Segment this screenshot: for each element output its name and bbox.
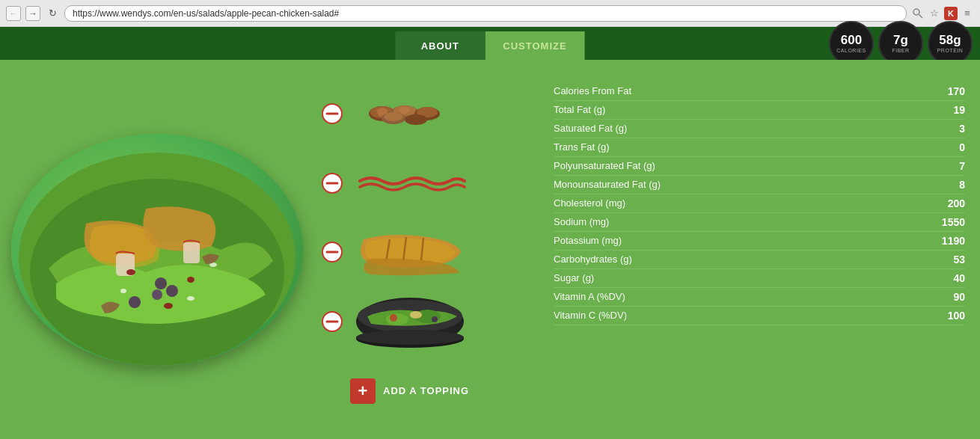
nutrition-label: Cholesterol (mg) <box>554 197 625 209</box>
nutrition-row: Trans Fat (g)0 <box>554 138 965 157</box>
nutrition-row: Cholesterol (mg)200 <box>554 194 965 213</box>
sauce-image <box>350 165 470 202</box>
nutrition-facts-column: Calories From Fat170Total Fat (g)19Satur… <box>524 75 980 424</box>
salad-base-image <box>350 303 470 340</box>
svg-point-25 <box>384 112 403 121</box>
forward-button[interactable]: → <box>25 6 40 21</box>
back-button[interactable]: ← <box>6 6 21 21</box>
svg-point-0 <box>913 9 919 15</box>
nutrition-value: 170 <box>928 85 965 97</box>
nutrition-value: 0 <box>928 141 965 153</box>
refresh-button[interactable]: ↻ <box>45 6 60 21</box>
svg-point-26 <box>405 114 427 125</box>
pecans-image <box>350 95 470 132</box>
remove-salad-button[interactable] <box>322 311 343 332</box>
svg-point-7 <box>166 285 178 297</box>
nutrition-label: Carbohydrates (g) <box>554 254 632 265</box>
nutrition-row: Carbohydrates (g)53 <box>554 251 965 269</box>
nutrition-value: 1190 <box>928 235 965 247</box>
menu-icon[interactable]: ≡ <box>961 7 974 20</box>
nutrition-label: Trans Fat (g) <box>554 141 610 153</box>
tab-customize[interactable]: CUSTOMIZE <box>485 31 584 60</box>
nutrition-row: Vitamin A (%DV)90 <box>554 288 965 307</box>
protein-label: PROTEIN <box>937 48 964 53</box>
nutrition-row: Saturated Fat (g)3 <box>554 120 965 138</box>
nutrition-label: Vitamin C (%DV) <box>554 310 627 322</box>
nutrition-value: 1550 <box>928 216 965 228</box>
tab-about-label: ABOUT <box>421 40 459 52</box>
nutrition-value: 200 <box>928 197 965 209</box>
svg-point-8 <box>152 289 162 300</box>
svg-point-44 <box>356 330 464 345</box>
calories-label: CALORIES <box>836 48 866 53</box>
tab-customize-label: CUSTOMIZE <box>503 40 566 52</box>
add-topping-button[interactable]: + ADD A TOPPING <box>350 378 524 404</box>
nutrition-label: Calories From Fat <box>554 85 631 97</box>
svg-point-38 <box>386 313 408 325</box>
protein-badge: 58g PROTEIN <box>928 21 973 66</box>
nutrition-value: 3 <box>928 123 965 135</box>
tabs-container: ABOUT CUSTOMIZE <box>395 27 584 60</box>
fiber-value: 7g <box>893 34 908 48</box>
nutrition-value: 53 <box>928 254 965 265</box>
svg-point-41 <box>410 311 422 319</box>
svg-point-9 <box>129 296 141 308</box>
nutrition-value: 40 <box>928 272 965 284</box>
svg-line-1 <box>919 14 923 18</box>
fiber-badge: 7g FIBER <box>878 21 923 66</box>
nutrition-row: Polyunsaturated Fat (g)7 <box>554 157 965 176</box>
svg-rect-5 <box>183 242 200 263</box>
salad-svg <box>11 134 303 366</box>
customize-panel: + ADD A TOPPING Calories From Fat170Tota… <box>314 60 980 439</box>
nutrition-row: Vitamin C (%DV)100 <box>554 307 965 325</box>
nutrition-label: Potassium (mg) <box>554 235 622 247</box>
remove-pecans-button[interactable] <box>322 103 343 124</box>
tab-about[interactable]: ABOUT <box>395 31 485 60</box>
nutrition-value: 19 <box>928 104 965 116</box>
nutrition-label: Saturated Fat (g) <box>554 123 627 135</box>
ingredient-row-pecans <box>314 95 524 132</box>
nutrition-label: Monounsaturated Fat (g) <box>554 179 661 191</box>
nutrition-label: Total Fat (g) <box>554 104 605 116</box>
nutrition-value: 100 <box>928 310 965 322</box>
star-icon[interactable]: ☆ <box>928 7 941 20</box>
plus-icon: + <box>350 378 376 404</box>
remove-sauce-button[interactable] <box>322 173 343 194</box>
nutrition-row: Total Fat (g)19 <box>554 101 965 120</box>
chicken1-image <box>350 233 470 271</box>
remove-chicken1-button[interactable] <box>322 242 343 263</box>
svg-point-10 <box>126 269 135 275</box>
nutrition-row: Sugar (g)40 <box>554 269 965 288</box>
nutrition-label: Sugar (g) <box>554 272 594 284</box>
nutrition-value: 8 <box>928 179 965 191</box>
nutrition-label: Vitamin A (%DV) <box>554 291 625 303</box>
svg-point-11 <box>187 277 195 283</box>
svg-point-15 <box>187 296 195 301</box>
nutrition-row: Potassium (mg)1190 <box>554 232 965 251</box>
svg-point-40 <box>390 314 397 322</box>
nutrition-row: Calories From Fat170 <box>554 82 965 101</box>
ingredient-row-salad <box>314 303 524 340</box>
browser-icons: ☆ K ≡ <box>911 7 974 20</box>
ingredients-column: + ADD A TOPPING <box>314 75 524 424</box>
salad-plate <box>11 134 303 366</box>
url-text: https://www.wendys.com/en-us/salads/appl… <box>73 8 339 19</box>
nutrition-label: Polyunsaturated Fat (g) <box>554 160 655 172</box>
calories-badge: 600 CALORIES <box>829 21 874 66</box>
nutrition-value: 90 <box>928 291 965 303</box>
calories-value: 600 <box>841 34 862 48</box>
salad-image-area <box>0 60 314 439</box>
svg-point-6 <box>155 277 167 289</box>
nutrition-row: Sodium (mg)1550 <box>554 213 965 232</box>
nutrition-value: 7 <box>928 160 965 172</box>
svg-point-12 <box>164 303 173 309</box>
address-bar[interactable]: https://www.wendys.com/en-us/salads/appl… <box>64 5 907 22</box>
add-topping-label: ADD A TOPPING <box>383 385 469 396</box>
profile-icon[interactable]: K <box>944 7 958 20</box>
svg-point-42 <box>432 316 438 322</box>
main-content: + ADD A TOPPING Calories From Fat170Tota… <box>0 60 980 439</box>
fiber-label: FIBER <box>892 48 909 53</box>
search-icon[interactable] <box>911 7 925 20</box>
ingredient-row-sauce <box>314 165 524 202</box>
protein-value: 58g <box>939 34 961 48</box>
